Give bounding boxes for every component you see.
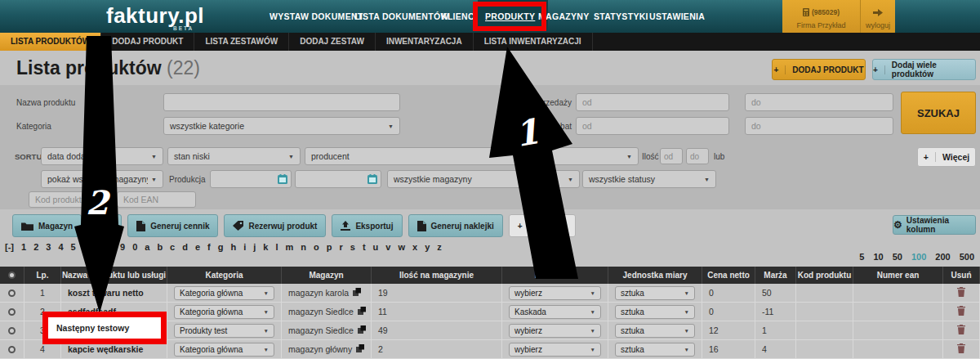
row-select[interactable]: wybierz▼: [509, 324, 601, 338]
alpha-item[interactable]: w: [398, 242, 405, 252]
row-warehouse-cell[interactable]: magazyn Siedlce: [282, 303, 372, 321]
page-size-option[interactable]: 100: [911, 252, 926, 262]
alpha-item[interactable]: k: [263, 242, 268, 252]
alpha-item[interactable]: 4: [58, 242, 63, 252]
radio-button[interactable]: [8, 308, 16, 316]
row-price-cell[interactable]: 0: [702, 284, 755, 302]
category-select[interactable]: wszystkie kategorie▼: [163, 117, 400, 135]
alpha-item[interactable]: g: [218, 242, 224, 252]
row-name-cell[interactable]: [61, 321, 167, 339]
export-button[interactable]: Eksportuj: [332, 214, 402, 237]
alpha-item[interactable]: d: [182, 242, 188, 252]
nav-item-lista-dokument-w[interactable]: LISTA DOKUMENTÓW: [354, 11, 449, 21]
warehouses-select[interactable]: wszystkie magazyny▼: [387, 170, 580, 188]
alpha-item[interactable]: [-]: [5, 242, 14, 252]
row-margin-cell[interactable]: 1: [755, 321, 796, 339]
sort-date-added-select[interactable]: data dodania▼: [41, 147, 163, 165]
alpha-item[interactable]: m: [286, 242, 294, 252]
row-delete-cell[interactable]: [943, 340, 980, 358]
row-name-cell[interactable]: asdfadfsadf: [61, 303, 167, 321]
row-code-cell[interactable]: [796, 284, 853, 302]
row-warehouse-cell[interactable]: magazyn główny: [282, 340, 372, 358]
alpha-item[interactable]: n: [301, 242, 306, 252]
trash-icon[interactable]: [957, 287, 965, 298]
alpha-item[interactable]: t: [363, 242, 366, 252]
alpha-item[interactable]: z: [437, 242, 442, 252]
row-margin-cell[interactable]: 50: [755, 284, 796, 302]
account-info[interactable]: (985029) Firma Przykład: [782, 0, 861, 34]
generate-labels-button[interactable]: Generuj naklejki: [408, 214, 503, 237]
alpha-item[interactable]: 2: [33, 242, 38, 252]
row-select[interactable]: Kategoria główna▼: [174, 305, 274, 319]
reserve-product-button[interactable]: Rezerwuj produkt: [224, 214, 326, 237]
alpha-item[interactable]: 3: [46, 242, 51, 252]
row-ean-cell[interactable]: [853, 284, 943, 302]
row-code-cell[interactable]: [796, 340, 853, 358]
alpha-item[interactable]: u: [373, 242, 379, 252]
nav-item-klienci[interactable]: KLIENCI: [441, 11, 477, 21]
sale-price-to-input[interactable]: [745, 93, 893, 111]
row-name-cell[interactable]: kapcie wędkarskie: [61, 340, 167, 358]
alpha-item[interactable]: j: [253, 242, 256, 252]
row-margin-cell[interactable]: 4: [755, 340, 796, 358]
nav-item-statystyki[interactable]: STATYSTYKI: [594, 11, 648, 21]
page-size-option[interactable]: 200: [935, 252, 950, 262]
stock-levels-icon[interactable]: [358, 307, 366, 316]
tab-dodaj-zestaw[interactable]: DODAJ ZESTAW: [289, 33, 376, 51]
add-many-products-button[interactable]: + Dodaj wiele produktów: [872, 59, 976, 80]
alpha-item[interactable]: o: [314, 242, 319, 252]
alpha-item[interactable]: 5: [71, 242, 76, 252]
row-select[interactable]: Produkty test▼: [174, 324, 274, 338]
quantity-from-input[interactable]: [660, 148, 683, 164]
nav-item-magazyny[interactable]: MAGAZYNY: [538, 11, 589, 21]
alpha-item[interactable]: v: [385, 242, 390, 252]
stock-levels-icon[interactable]: [356, 344, 364, 354]
add-product-button[interactable]: + DODAJ PRODUKT: [772, 59, 866, 80]
magazyn-button[interactable]: Magazyn: [12, 214, 82, 237]
tab-lista-zestaw-w[interactable]: LISTA ZESTAWÓW: [194, 33, 289, 51]
radio-button[interactable]: [8, 289, 16, 297]
alpha-item[interactable]: 6: [83, 242, 88, 252]
print-button[interactable]: [87, 214, 122, 237]
alpha-item[interactable]: y: [425, 242, 430, 252]
row-price-cell[interactable]: 0: [702, 303, 755, 321]
alpha-item[interactable]: i: [243, 242, 246, 252]
row-select[interactable]: sztuka▼: [615, 324, 695, 338]
alpha-item[interactable]: 1: [21, 242, 26, 252]
alpha-item[interactable]: e: [195, 242, 200, 252]
row-ean-cell[interactable]: [853, 303, 943, 321]
nav-item-produkty[interactable]: PRODUKTY: [485, 11, 535, 21]
low-stock-select[interactable]: stan niski▼: [167, 147, 301, 165]
column-settings-button[interactable]: ⚙ Ustawienia kolumn: [893, 215, 976, 235]
tab-inwentaryzacja[interactable]: INWENTARYZACJA: [376, 33, 474, 51]
trash-icon[interactable]: [957, 343, 965, 355]
row-select[interactable]: Kategoria główna▼: [174, 343, 274, 357]
row-name-cell[interactable]: koszt towaru netto: [61, 284, 167, 302]
row-delete-cell[interactable]: [943, 284, 980, 302]
radio-icon[interactable]: [8, 271, 16, 279]
row-warehouse-cell[interactable]: magazyn Siedlce: [282, 321, 372, 339]
row-delete-cell[interactable]: [943, 321, 980, 339]
row-delete-cell[interactable]: [943, 303, 980, 321]
filters-more-button[interactable]: + Więcej: [917, 147, 976, 167]
sale-price-from-input[interactable]: [576, 93, 729, 111]
radio-button[interactable]: [8, 327, 16, 334]
quantity-to-input[interactable]: [686, 148, 709, 164]
page-size-option[interactable]: 500: [960, 252, 974, 262]
alpha-item[interactable]: p: [327, 242, 332, 252]
trash-icon[interactable]: [957, 306, 965, 317]
producer-select[interactable]: producent▼: [305, 147, 639, 165]
logout-button[interactable]: wyloguj: [861, 0, 895, 34]
row-ean-cell[interactable]: [853, 340, 943, 358]
production-date-to-input[interactable]: [295, 170, 381, 188]
trash-icon[interactable]: [957, 325, 965, 336]
row-select[interactable]: sztuka▼: [615, 305, 695, 319]
tab-dodaj-produkt[interactable]: DODAJ PRODUKT: [101, 33, 194, 51]
alpha-item[interactable]: 7: [96, 242, 100, 252]
actions-more-button[interactable]: + Więcej: [509, 214, 576, 237]
row-select[interactable]: sztuka▼: [615, 286, 695, 300]
row-code-cell[interactable]: [796, 321, 853, 339]
row-warehouse-cell[interactable]: magazyn karola: [282, 284, 372, 302]
alpha-item[interactable]: f: [207, 242, 211, 252]
product-name-input[interactable]: [163, 93, 400, 111]
